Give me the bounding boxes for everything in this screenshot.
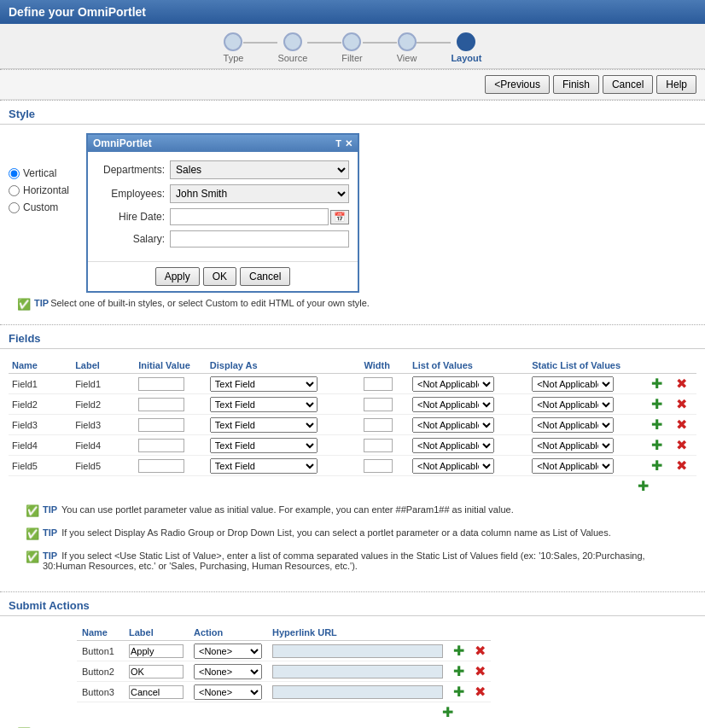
submit-add-3[interactable]: ✚ xyxy=(448,682,469,702)
previous-button[interactable]: <Previous xyxy=(485,75,550,94)
field-del-1[interactable]: ✖ xyxy=(673,374,696,394)
field-del-4[interactable]: ✖ xyxy=(673,435,696,456)
field-add-4[interactable]: ✚ xyxy=(648,435,672,456)
field-width-2[interactable] xyxy=(360,394,409,415)
radio-horizontal[interactable]: Horizontal xyxy=(9,184,69,196)
field-slov-1[interactable]: <Not Applicable> xyxy=(528,374,648,394)
field-lov-2[interactable]: <Not Applicable> xyxy=(409,394,528,415)
field-lov-5[interactable]: <Not Applicable> xyxy=(409,456,528,476)
field-initval-5[interactable] xyxy=(135,456,207,476)
submit-btn-url-2[interactable] xyxy=(267,661,448,682)
submit-del-2[interactable]: ✖ xyxy=(469,661,491,682)
submit-btn-action-3[interactable]: <None> xyxy=(189,682,267,702)
submit-add-icon-2[interactable]: ✚ xyxy=(453,664,464,678)
omniportlet-cancel-button[interactable]: Cancel xyxy=(240,267,290,286)
field-slov-4[interactable]: <Not Applicable> xyxy=(528,435,648,456)
submit-del-3[interactable]: ✖ xyxy=(469,682,491,702)
field-slov-select-2[interactable]: <Not Applicable> xyxy=(532,397,614,412)
field-width-input-5[interactable] xyxy=(364,459,393,473)
field-displayas-select-1[interactable]: Text Field Radio Group Drop Down List Ch… xyxy=(210,376,318,392)
submit-add-1[interactable]: ✚ xyxy=(448,641,469,661)
field-del-icon-2[interactable]: ✖ xyxy=(676,397,687,411)
field-slov-5[interactable]: <Not Applicable> xyxy=(528,456,648,476)
field-initval-input-1[interactable] xyxy=(138,377,184,391)
field-add-5[interactable]: ✚ xyxy=(648,456,672,476)
field-initval-3[interactable] xyxy=(135,415,207,435)
close-icon[interactable]: ✕ xyxy=(345,138,352,149)
help-button[interactable]: Help xyxy=(656,75,696,94)
submit-btn-label-2[interactable] xyxy=(124,661,189,682)
field-width-5[interactable] xyxy=(360,456,409,476)
radio-vertical[interactable]: Vertical xyxy=(9,167,69,179)
submit-url-input-3[interactable] xyxy=(272,685,443,699)
field-slov-3[interactable]: <Not Applicable> xyxy=(528,415,648,435)
field-width-input-3[interactable] xyxy=(364,418,393,432)
field-width-input-1[interactable] xyxy=(364,377,393,391)
field-slov-2[interactable]: <Not Applicable> xyxy=(528,394,648,415)
calendar-button[interactable]: 📅 xyxy=(330,210,349,224)
submit-action-select-3[interactable]: <None> xyxy=(194,684,262,700)
field-del-icon-3[interactable]: ✖ xyxy=(676,417,687,432)
submit-del-icon-1[interactable]: ✖ xyxy=(475,644,486,658)
submit-del-1[interactable]: ✖ xyxy=(469,641,491,661)
submit-url-input-1[interactable] xyxy=(272,644,443,658)
field-del-2[interactable]: ✖ xyxy=(673,394,696,415)
radio-custom-input[interactable] xyxy=(9,202,20,213)
submit-add-icon-1[interactable]: ✚ xyxy=(453,644,464,658)
field-add-1[interactable]: ✚ xyxy=(648,374,672,394)
cancel-button[interactable]: Cancel xyxy=(603,75,653,94)
field-slov-select-5[interactable]: <Not Applicable> xyxy=(532,458,614,474)
submit-add-icon-3[interactable]: ✚ xyxy=(453,684,464,699)
field-initval-4[interactable] xyxy=(135,435,207,456)
employees-select[interactable]: John Smith xyxy=(170,184,349,203)
field-displayas-2[interactable]: Text Field Radio Group Drop Down List Ch… xyxy=(207,394,361,415)
field-displayas-5[interactable]: Text Field Radio Group Drop Down List Ch… xyxy=(207,456,361,476)
omniportlet-ok-button[interactable]: OK xyxy=(203,267,236,286)
field-initval-1[interactable] xyxy=(135,374,207,394)
field-width-4[interactable] xyxy=(360,435,409,456)
field-initval-input-3[interactable] xyxy=(138,418,184,432)
field-displayas-select-4[interactable]: Text Field Radio Group Drop Down List Ch… xyxy=(210,438,318,453)
field-del-5[interactable]: ✖ xyxy=(673,456,696,476)
field-lov-select-1[interactable]: <Not Applicable> xyxy=(412,376,494,392)
field-displayas-select-3[interactable]: Text Field Radio Group Drop Down List Ch… xyxy=(210,417,318,433)
field-lov-1[interactable]: <Not Applicable> xyxy=(409,374,528,394)
submit-add-icon[interactable]: ✚ xyxy=(442,705,453,719)
field-width-3[interactable] xyxy=(360,415,409,435)
submit-del-icon-2[interactable]: ✖ xyxy=(475,664,486,678)
field-width-1[interactable] xyxy=(360,374,409,394)
submit-btn-url-3[interactable] xyxy=(267,682,448,702)
field-add-icon-5[interactable]: ✚ xyxy=(651,458,662,473)
hire-date-input[interactable] xyxy=(170,208,329,225)
field-add-2[interactable]: ✚ xyxy=(648,394,672,415)
submit-url-input-2[interactable] xyxy=(272,665,443,678)
field-displayas-1[interactable]: Text Field Radio Group Drop Down List Ch… xyxy=(207,374,361,394)
radio-vertical-input[interactable] xyxy=(9,168,20,179)
field-slov-select-3[interactable]: <Not Applicable> xyxy=(532,417,614,433)
field-del-3[interactable]: ✖ xyxy=(673,415,696,435)
field-lov-3[interactable]: <Not Applicable> xyxy=(409,415,528,435)
field-add-icon-4[interactable]: ✚ xyxy=(651,438,662,452)
field-displayas-4[interactable]: Text Field Radio Group Drop Down List Ch… xyxy=(207,435,361,456)
omniportlet-apply-button[interactable]: Apply xyxy=(155,267,200,286)
field-displayas-3[interactable]: Text Field Radio Group Drop Down List Ch… xyxy=(207,415,361,435)
field-del-icon-5[interactable]: ✖ xyxy=(676,458,687,473)
field-initval-2[interactable] xyxy=(135,394,207,415)
submit-action-select-2[interactable]: <None> xyxy=(194,664,262,679)
field-add-icon-2[interactable]: ✚ xyxy=(651,397,662,411)
field-initval-input-4[interactable] xyxy=(138,439,184,452)
field-lov-select-5[interactable]: <Not Applicable> xyxy=(412,458,494,474)
submit-add-2[interactable]: ✚ xyxy=(448,661,469,682)
radio-horizontal-input[interactable] xyxy=(9,185,20,196)
field-add-3[interactable]: ✚ xyxy=(648,415,672,435)
field-slov-select-1[interactable]: <Not Applicable> xyxy=(532,376,614,392)
submit-label-input-1[interactable] xyxy=(129,644,184,658)
submit-btn-label-1[interactable] xyxy=(124,641,189,661)
field-displayas-select-2[interactable]: Text Field Radio Group Drop Down List Ch… xyxy=(210,397,318,412)
submit-btn-url-1[interactable] xyxy=(267,641,448,661)
field-width-input-4[interactable] xyxy=(364,439,393,452)
field-lov-select-2[interactable]: <Not Applicable> xyxy=(412,397,494,412)
field-initval-input-2[interactable] xyxy=(138,398,184,411)
finish-button[interactable]: Finish xyxy=(553,75,599,94)
field-del-icon-4[interactable]: ✖ xyxy=(676,438,687,452)
